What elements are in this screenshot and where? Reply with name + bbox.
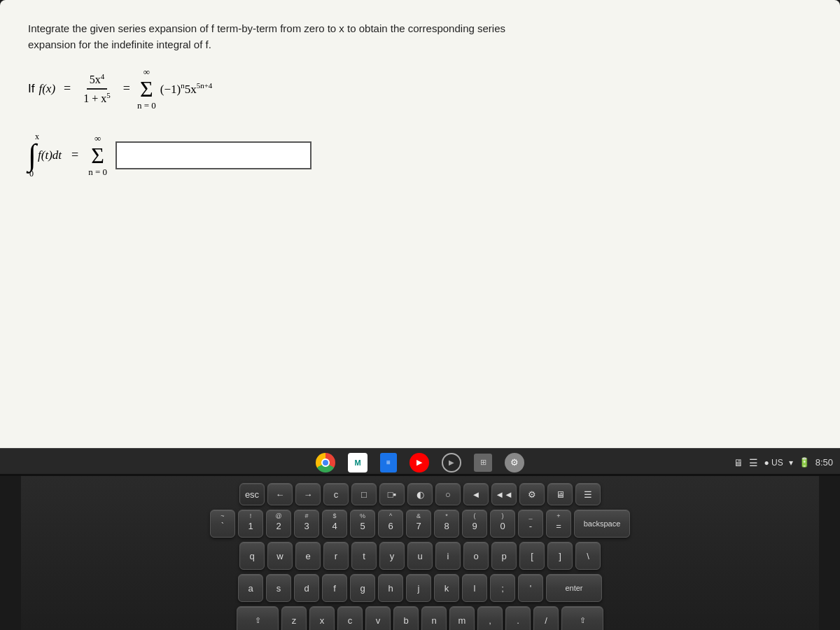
key-m[interactable]: m	[449, 606, 475, 630]
number-key-row: ~ ` ! 1 @ 2 # 3 $ 4 % 5	[14, 510, 826, 538]
key-bright-up[interactable]: ○	[435, 483, 461, 505]
key-rshift[interactable]: ⇧	[561, 606, 603, 630]
fraction: 5x4 1 + x5	[80, 72, 113, 105]
list-icon[interactable]: ☰	[749, 457, 758, 468]
key-i[interactable]: i	[435, 542, 461, 570]
key-9[interactable]: ( 9	[462, 510, 487, 538]
key-w[interactable]: w	[267, 542, 293, 570]
answer-box[interactable]	[115, 141, 312, 169]
chrome-icon[interactable]	[316, 453, 335, 472]
key-f[interactable]: f	[322, 574, 347, 602]
play-triangle-icon: ▶	[449, 458, 454, 466]
sigma1: ∞ Σ n = 0	[137, 66, 156, 111]
battery-icon: 🔋	[799, 457, 810, 468]
key-esc[interactable]: esc	[239, 483, 265, 505]
given-equation: If f(x) = 5x4 1 + x5 = ∞ Σ n = 0 (−1)n5x…	[28, 66, 812, 111]
equals-sign: =	[64, 81, 71, 96]
key-comma[interactable]: ,	[477, 606, 503, 630]
key-y[interactable]: y	[379, 542, 405, 570]
key-q[interactable]: q	[239, 542, 265, 570]
key-6[interactable]: ^ 6	[378, 510, 403, 538]
key-z[interactable]: z	[281, 606, 307, 630]
integral-equation: x ∫ 0 f(t)dt = ∞ Σ n = 0	[28, 132, 812, 178]
key-backtick[interactable]: ~ `	[210, 510, 235, 538]
key-l[interactable]: l	[462, 574, 487, 602]
laptop-body-left	[0, 476, 21, 630]
sigma2: ∞ Σ n = 0	[88, 133, 107, 177]
key-s[interactable]: s	[266, 574, 291, 602]
key-back[interactable]: ←	[267, 483, 293, 505]
laptop-body-right	[819, 476, 840, 630]
youtube-icon[interactable]: ▶	[410, 453, 429, 472]
key-c[interactable]: c	[337, 606, 363, 630]
screen-icon[interactable]: 🖥	[734, 457, 743, 468]
key-lshift[interactable]: ⇧	[237, 606, 279, 630]
key-g[interactable]: g	[350, 574, 375, 602]
key-minus[interactable]: _ -	[518, 510, 543, 538]
key-r[interactable]: r	[323, 542, 349, 570]
key-j[interactable]: j	[406, 574, 431, 602]
series-expression: (−1)n5x5n+4	[160, 81, 213, 97]
denominator: 1 + x5	[80, 90, 113, 105]
wifi-icon: ▾	[789, 458, 793, 468]
keyboard-area: esc ← → c □ □▪ ◐ ○ ◄ ◄◄ ⚙ 🖥 ☰ ~ ` ! 1	[0, 476, 840, 630]
problem-line1: Integrate the given series expansion of …	[28, 21, 812, 37]
key-reload[interactable]: c	[323, 483, 349, 505]
play-icon[interactable]: ▶	[442, 453, 461, 472]
integrand: f(t)dt	[38, 148, 62, 162]
key-fullscreen[interactable]: □	[351, 483, 377, 505]
key-vol-down[interactable]: ◄◄	[491, 483, 517, 505]
key-quote[interactable]: '	[518, 574, 543, 602]
key-v[interactable]: v	[365, 606, 391, 630]
key-2[interactable]: @ 2	[266, 510, 291, 538]
key-0[interactable]: ) 0	[490, 510, 515, 538]
sigma1-bottom: n = 0	[137, 100, 156, 111]
key-k[interactable]: k	[434, 574, 459, 602]
key-forward[interactable]: →	[295, 483, 321, 505]
photo-symbol-icon: ⊞	[480, 458, 486, 467]
key-semicolon[interactable]: ;	[490, 574, 515, 602]
us-region: ● US	[764, 458, 783, 468]
key-7[interactable]: & 7	[406, 510, 431, 538]
docs-icon[interactable]: ≡	[380, 453, 397, 472]
key-mute[interactable]: ◄	[463, 483, 489, 505]
if-label: If	[28, 82, 34, 96]
problem-line2: expansion for the indefinite integral of…	[28, 37, 812, 53]
key-4[interactable]: $ 4	[322, 510, 347, 538]
key-slash[interactable]: /	[533, 606, 559, 630]
key-enter[interactable]: enter	[546, 574, 602, 602]
key-t[interactable]: t	[351, 542, 377, 570]
key-bright-down[interactable]: ◐	[407, 483, 433, 505]
key-8[interactable]: * 8	[434, 510, 459, 538]
key-x[interactable]: x	[309, 606, 335, 630]
key-3[interactable]: # 3	[294, 510, 319, 538]
key-u[interactable]: u	[407, 542, 433, 570]
key-b[interactable]: b	[393, 606, 419, 630]
equals-sign2: =	[123, 81, 130, 96]
key-lock[interactable]: 🖥	[547, 483, 573, 505]
key-d[interactable]: d	[294, 574, 319, 602]
key-period[interactable]: .	[505, 606, 531, 630]
key-rbracket[interactable]: ]	[547, 542, 573, 570]
key-5[interactable]: % 5	[350, 510, 375, 538]
key-e[interactable]: e	[295, 542, 321, 570]
key-o[interactable]: o	[463, 542, 489, 570]
asdf-key-row: a s d f g h j k l ; ' enter	[14, 574, 826, 602]
photo-icon[interactable]: ⊞	[474, 454, 492, 472]
key-equals[interactable]: + =	[546, 510, 571, 538]
key-p[interactable]: p	[491, 542, 517, 570]
key-power-fn[interactable]: ☰	[575, 483, 601, 505]
key-1[interactable]: ! 1	[238, 510, 263, 538]
key-windows[interactable]: □▪	[379, 483, 405, 505]
settings-icon[interactable]: ⚙	[505, 453, 524, 472]
key-a[interactable]: a	[238, 574, 263, 602]
key-backspace[interactable]: backspace	[574, 510, 630, 538]
key-lbracket[interactable]: [	[519, 542, 545, 570]
key-backslash[interactable]: \	[575, 542, 601, 570]
key-vol-up[interactable]: ⚙	[519, 483, 545, 505]
key-h[interactable]: h	[378, 574, 403, 602]
key-n[interactable]: n	[421, 606, 447, 630]
integral-lower: 0	[29, 169, 34, 179]
docs-label: ≡	[386, 458, 391, 466]
meet-icon[interactable]: M	[348, 453, 368, 472]
